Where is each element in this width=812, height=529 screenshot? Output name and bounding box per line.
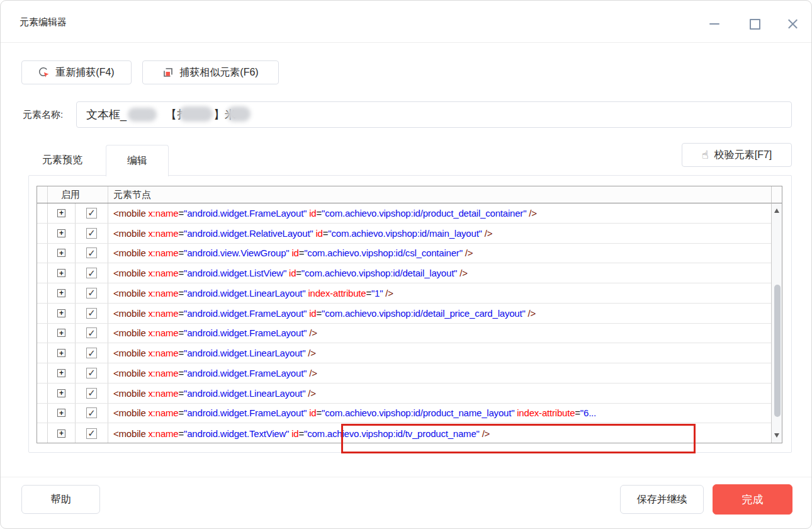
node-xml-cell[interactable]: <mobile x:name="android.widget.LinearLay… — [108, 388, 771, 399]
vertical-scrollbar[interactable] — [771, 186, 782, 443]
enable-checkbox[interactable]: ✓ — [86, 268, 97, 278]
enable-checkbox[interactable]: ✓ — [86, 407, 97, 418]
table-row[interactable]: +✓<mobile x:name="android.widget.FrameLa… — [37, 304, 771, 324]
expand-toggle-icon[interactable]: + — [57, 409, 65, 417]
close-button[interactable] — [785, 16, 800, 31]
node-xml-cell[interactable]: <mobile x:name="android.widget.LinearLay… — [108, 288, 771, 299]
enable-checkbox[interactable]: ✓ — [86, 368, 97, 378]
enable-checkbox[interactable]: ✓ — [86, 228, 97, 239]
expand-cell: + — [48, 244, 76, 263]
header-indent-cell — [37, 186, 48, 203]
table-row[interactable]: +✓<mobile x:name="android.widget.FrameLa… — [37, 324, 771, 344]
name-spacer — [158, 115, 166, 115]
header-enable: 启用 — [48, 186, 108, 203]
footer-divider — [1, 477, 811, 477]
expand-toggle-icon[interactable]: + — [57, 349, 65, 357]
row-indent-cell — [37, 343, 48, 363]
help-button[interactable]: 帮助 — [21, 485, 100, 514]
expand-toggle-icon[interactable]: + — [57, 429, 65, 438]
node-xml-cell[interactable]: <mobile x:name="android.widget.FrameLayo… — [108, 327, 771, 338]
table-header: 启用 元素节点 — [37, 186, 782, 203]
recapture-label: 重新捕获(F4) — [55, 66, 114, 79]
scrollbar-header-cell — [771, 186, 782, 203]
node-xml-cell[interactable]: <mobile x:name="android.widget.FrameLayo… — [108, 208, 771, 219]
capture-similar-button[interactable]: 捕获相似元素(F6) — [142, 60, 279, 84]
expand-cell: + — [48, 324, 76, 343]
table-row[interactable]: +✓<mobile x:name="android.widget.FrameLa… — [37, 404, 771, 424]
node-xml-cell[interactable]: <mobile x:name="android.widget.FrameLayo… — [108, 368, 771, 378]
node-xml-cell[interactable]: <mobile x:name="android.view.ViewGroup" … — [108, 247, 771, 258]
recapture-button[interactable]: 重新捕获(F4) — [21, 60, 132, 84]
expand-toggle-icon[interactable]: + — [57, 269, 65, 277]
table-row[interactable]: +✓<mobile x:name="android.widget.TextVie… — [37, 423, 771, 443]
node-xml-cell[interactable]: <mobile x:name="android.widget.FrameLayo… — [108, 308, 771, 319]
expand-toggle-icon[interactable]: + — [57, 329, 65, 337]
enable-cell: ✓ — [76, 384, 108, 403]
table-row[interactable]: +✓<mobile x:name="android.widget.FrameLa… — [37, 203, 771, 224]
enable-cell: ✓ — [76, 304, 108, 323]
scrollbar-track[interactable] — [771, 203, 782, 443]
scroll-up-icon[interactable] — [774, 208, 779, 213]
expand-toggle-icon[interactable]: + — [57, 389, 65, 397]
scrollbar-thumb[interactable] — [774, 285, 781, 417]
element-node-table: 启用 元素节点 +✓<mobile x:name="android.widget… — [37, 186, 782, 443]
enable-checkbox[interactable]: ✓ — [86, 247, 97, 258]
enable-cell: ✓ — [76, 224, 108, 243]
node-xml-cell[interactable]: <mobile x:name="android.widget.LinearLay… — [108, 348, 771, 358]
minimize-button[interactable] — [707, 16, 722, 31]
expand-cell: + — [48, 384, 76, 403]
expand-cell: + — [48, 203, 76, 223]
maximize-icon — [750, 19, 760, 30]
enable-checkbox[interactable]: ✓ — [86, 288, 97, 299]
table-row[interactable]: +✓<mobile x:name="android.widget.LinearL… — [37, 283, 771, 304]
expand-toggle-icon[interactable]: + — [57, 289, 65, 297]
header-node: 元素节点 — [108, 186, 782, 203]
expand-toggle-icon[interactable]: + — [57, 369, 65, 377]
row-indent-cell — [37, 263, 48, 283]
enable-cell: ✓ — [76, 343, 108, 363]
expand-toggle-icon[interactable]: + — [57, 209, 65, 217]
expand-cell: + — [48, 404, 76, 423]
expand-cell: + — [48, 423, 76, 443]
enable-checkbox[interactable]: ✓ — [86, 348, 97, 358]
scroll-down-icon[interactable] — [774, 433, 779, 438]
node-xml-cell[interactable]: <mobile x:name="android.widget.FrameLayo… — [108, 407, 771, 418]
save-and-continue-button[interactable]: 保存并继续 — [620, 485, 704, 514]
enable-checkbox[interactable]: ✓ — [86, 327, 97, 338]
node-xml-cell[interactable]: <mobile x:name="android.widget.TextView"… — [108, 428, 771, 439]
verify-element-button[interactable]: ☝ 校验元素[F7] — [682, 143, 792, 167]
element-name-input[interactable]: 文本框_【扌】米 — [76, 101, 792, 128]
name-text-segment: 文本框_ — [86, 107, 127, 122]
enable-checkbox[interactable]: ✓ — [86, 388, 97, 399]
tab-element-preview[interactable]: 元素预览 — [32, 145, 93, 174]
table-row[interactable]: +✓<mobile x:name="android.widget.ListVie… — [37, 263, 771, 283]
expand-toggle-icon[interactable]: + — [57, 229, 65, 237]
table-row[interactable]: +✓<mobile x:name="android.widget.LinearL… — [37, 384, 771, 404]
hand-pointer-icon: ☝ — [702, 149, 709, 161]
table-row[interactable]: +✓<mobile x:name="android.widget.Relativ… — [37, 224, 771, 244]
element-name-label: 元素名称: — [23, 109, 63, 121]
edit-tab-panel: 启用 元素节点 +✓<mobile x:name="android.widget… — [28, 175, 792, 453]
expand-toggle-icon[interactable]: + — [57, 309, 65, 317]
redaction-blur — [227, 106, 251, 122]
node-xml-cell[interactable]: <mobile x:name="android.widget.RelativeL… — [108, 228, 771, 239]
tab-edit[interactable]: 编辑 — [106, 145, 169, 176]
enable-checkbox[interactable]: ✓ — [86, 208, 97, 219]
table-row[interactable]: +✓<mobile x:name="android.widget.FrameLa… — [37, 363, 771, 384]
overlap-squares-icon — [162, 67, 174, 78]
verify-element-label: 校验元素[F7] — [714, 149, 772, 162]
titlebar-divider — [1, 42, 811, 43]
expand-cell: + — [48, 343, 76, 363]
maximize-button[interactable] — [747, 16, 762, 31]
table-row[interactable]: +✓<mobile x:name="android.widget.LinearL… — [37, 343, 771, 363]
node-xml-cell[interactable]: <mobile x:name="android.widget.ListView"… — [108, 268, 771, 278]
redaction-blur — [128, 108, 157, 122]
capture-similar-label: 捕获相似元素(F6) — [179, 66, 258, 79]
enable-cell: ✓ — [76, 203, 108, 223]
expand-toggle-icon[interactable]: + — [57, 249, 65, 257]
enable-checkbox[interactable]: ✓ — [86, 428, 97, 439]
row-indent-cell — [37, 304, 48, 323]
finish-button[interactable]: 完成 — [713, 484, 792, 515]
enable-checkbox[interactable]: ✓ — [86, 308, 97, 319]
table-row[interactable]: +✓<mobile x:name="android.view.ViewGroup… — [37, 244, 771, 264]
